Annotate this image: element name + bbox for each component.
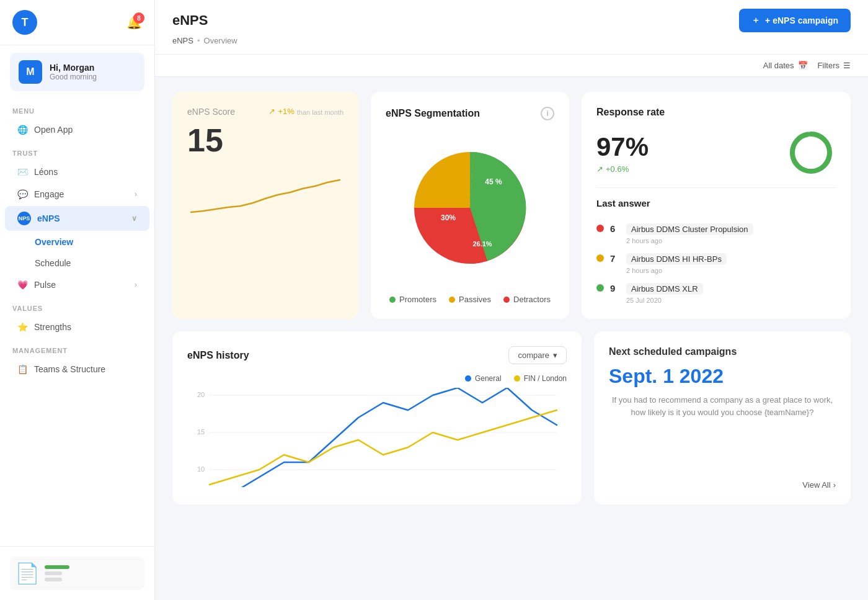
cloud-icon: 💬	[17, 189, 28, 199]
sidebar-bottom: 📄	[0, 546, 154, 600]
svg-text:30%: 30%	[441, 213, 456, 222]
history-legend: General FIN / London	[187, 374, 567, 383]
answer-list: 6 Airbus DDMS Cluster Propulsion 2 hours…	[596, 223, 836, 304]
history-chart: 20 15 10	[187, 388, 567, 490]
answer-score-1: 6	[610, 223, 620, 234]
answer-item-3: 9 Airbus DDMS XLR 25 Jul 2020	[596, 283, 836, 304]
chevron-down-icon: ∨	[131, 214, 137, 223]
breadcrumb-sep: •	[197, 36, 200, 45]
section-menu-label: MENU	[0, 99, 154, 119]
notification-button[interactable]: 🔔 8	[126, 15, 142, 30]
compare-button[interactable]: compare ▾	[508, 346, 567, 364]
svg-text:15: 15	[197, 428, 205, 436]
section-management-label: MANAGEMENT	[0, 338, 154, 358]
top-row: eNPS Score ↗ +1% than last month 15 eNPS…	[172, 92, 851, 319]
passives-dot	[449, 297, 455, 303]
score-card: eNPS Score ↗ +1% than last month 15	[172, 92, 358, 319]
sidebar-item-strengths[interactable]: ⭐ Strengths	[5, 316, 149, 338]
layers-icon: 📋	[17, 364, 28, 374]
response-trend: ↗ +0.6%	[596, 164, 649, 174]
campaigns-title: Next scheduled campaigns	[609, 346, 836, 357]
passives-label: Passives	[459, 295, 491, 304]
trend-icon: ↗	[268, 107, 275, 116]
divider	[596, 187, 836, 188]
score-value: 15	[187, 122, 343, 159]
info-icon[interactable]: i	[541, 107, 554, 120]
history-title: eNPS history	[187, 350, 249, 361]
response-rate-title: Response rate	[596, 107, 836, 118]
user-card: M Hi, Morgan Good morning	[10, 53, 144, 91]
all-dates-button[interactable]: All dates 📅	[763, 61, 808, 70]
last-answer-title: Last answer	[596, 198, 836, 208]
sidebar-item-open-app[interactable]: 🌐 Open App	[5, 119, 149, 140]
chevron-right-icon-pulse: ›	[135, 280, 137, 289]
filters-label: Filters	[818, 61, 839, 70]
legend-passives: Passives	[449, 295, 491, 304]
pulse-icon: 💗	[17, 280, 28, 290]
answer-time-3: 25 Jul 2020	[626, 297, 703, 304]
chevron-right-icon-viewall: ›	[833, 480, 836, 490]
answer-item-2: 7 Airbus DDMS HI HR-BPs 2 hours ago	[596, 253, 836, 274]
answer-org-3: Airbus DDMS XLR	[626, 283, 703, 295]
sidebar: T 🔔 8 M Hi, Morgan Good morning MENU 🌐 O…	[0, 0, 155, 600]
toolbar: All dates 📅 Filters ☰	[155, 55, 868, 77]
answer-time-2: 2 hours ago	[626, 267, 727, 274]
sidebar-item-leons[interactable]: ✉️ Léons	[5, 161, 149, 182]
chevron-right-icon: ›	[135, 190, 137, 199]
svg-text:26.1%: 26.1%	[472, 240, 492, 248]
sidebar-item-pulse[interactable]: 💗 Pulse ›	[5, 274, 149, 295]
section-values-label: VALUES	[0, 296, 154, 316]
campaign-date: Sept. 1 2022	[609, 365, 836, 388]
star-icon: ⭐	[17, 322, 28, 332]
legend-london: FIN / London	[514, 374, 567, 383]
svg-text:20: 20	[197, 391, 205, 398]
promoters-label: Promoters	[399, 295, 436, 304]
response-percentage: 97%	[596, 132, 649, 162]
enps-icon: NPS	[17, 212, 31, 225]
sidebar-subitem-schedule[interactable]: Schedule	[5, 253, 149, 273]
score-sparkline	[187, 169, 343, 221]
content-area: eNPS Score ↗ +1% than last month 15 eNPS…	[155, 77, 868, 600]
campaign-description: If you had to recommend a company as a g…	[609, 394, 836, 418]
mail-icon: ✉️	[17, 167, 28, 177]
filters-button[interactable]: Filters ☰	[818, 61, 851, 70]
bottom-row: eNPS history compare ▾ General FIN / Lon…	[172, 331, 851, 504]
breadcrumb: eNPS • Overview	[172, 36, 851, 45]
tmpl-line-gray2	[45, 578, 62, 581]
avatar: M	[19, 60, 42, 84]
history-card: eNPS history compare ▾ General FIN / Lon…	[172, 331, 582, 504]
segmentation-title: eNPS Segmentation	[386, 108, 480, 119]
breadcrumb-home[interactable]: eNPS	[172, 36, 193, 45]
sidebar-header: T 🔔 8	[0, 0, 154, 45]
pie-chart: 45 % 30% 26.1%	[386, 130, 554, 285]
tmpl-line-green	[45, 565, 69, 569]
answer-org-2: Airbus DDMS HI HR-BPs	[626, 253, 727, 265]
svg-point-4	[792, 134, 830, 171]
answer-score-3: 9	[610, 283, 620, 293]
trend-up-icon: ↗	[596, 164, 603, 174]
response-ring-chart	[786, 128, 836, 177]
dates-label: All dates	[763, 61, 794, 70]
user-name: Hi, Morgan	[50, 63, 97, 73]
sidebar-subitem-overview[interactable]: Overview	[5, 232, 149, 252]
detractors-label: Detractors	[513, 295, 551, 304]
answer-dot-2	[596, 254, 604, 262]
calendar-icon: 📅	[798, 61, 808, 70]
svg-text:10: 10	[197, 465, 205, 473]
sidebar-item-engage[interactable]: 💬 Engage ›	[5, 184, 149, 205]
general-dot	[465, 375, 471, 382]
segmentation-card: eNPS Segmentation i	[371, 92, 569, 319]
answer-org-1: Airbus DDMS Cluster Propulsion	[626, 223, 753, 235]
section-trust-label: TRUST	[0, 141, 154, 161]
sidebar-item-enps[interactable]: NPS eNPS ∨	[5, 206, 149, 231]
segmentation-legend: Promoters Passives Detractors	[386, 295, 554, 304]
enps-campaign-button[interactable]: ＋ + eNPS campaign	[739, 9, 851, 32]
sidebar-item-teams[interactable]: 📋 Teams & Structure	[5, 359, 149, 380]
plus-icon: ＋	[751, 15, 760, 26]
answer-item-1: 6 Airbus DDMS Cluster Propulsion 2 hours…	[596, 223, 836, 244]
legend-general: General	[465, 374, 502, 383]
page-header: eNPS ＋ + eNPS campaign eNPS • Overview	[155, 0, 868, 55]
promoters-dot	[389, 297, 396, 303]
view-all-button[interactable]: View All ›	[609, 470, 836, 490]
answer-score-2: 7	[610, 253, 620, 264]
